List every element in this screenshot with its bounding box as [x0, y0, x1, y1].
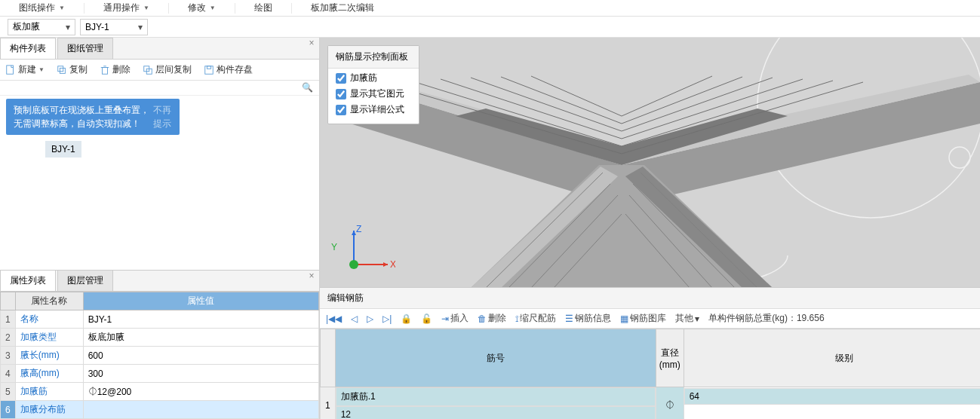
prop-row-dist-bar[interactable]: 6加腋分布筋	[1, 401, 319, 419]
save-component-button[interactable]: 构件存盘	[201, 62, 255, 78]
3d-viewport[interactable]: 钢筋显示控制面板 加腋筋 显示其它图元 显示详细公式 Z X Y	[320, 38, 980, 287]
rebar-info-button[interactable]: ☰ 钢筋信息	[565, 312, 611, 325]
svg-text:Y: Y	[331, 242, 337, 252]
new-icon	[5, 65, 16, 75]
axis-gizmo: Z X Y	[331, 223, 395, 276]
select-component-type-value: 板加腋	[13, 20, 40, 33]
select-component-instance[interactable]: BJY-1	[80, 19, 148, 35]
prop-row-haunch-height[interactable]: 4腋高(mm)300	[1, 365, 319, 383]
new-button[interactable]: 新建▼	[3, 62, 47, 78]
col-prop-name: 属性名称	[15, 292, 83, 310]
property-table: 属性名称 属性值 1名称BJY-1 2加腋类型板底加腋 3腋长(mm)600 4…	[0, 292, 319, 419]
svg-rect-3	[102, 67, 107, 74]
tab-property-list[interactable]: 属性列表	[0, 271, 56, 291]
rebar-row-1[interactable]: 1 加腋筋.1 12 ⏀ 64 234 1091 256	[321, 387, 981, 420]
scale-rebar-button[interactable]: ⟟ 缩尺配筋	[515, 312, 556, 325]
col-grade[interactable]: 级别	[684, 329, 980, 387]
hint-text: 预制底板可在现浇板上重叠布置，无需调整标高，自动实现扣减！	[14, 103, 153, 130]
other-dropdown[interactable]: 其他 ▾	[675, 312, 699, 325]
svg-rect-9	[207, 66, 210, 69]
nav-next-icon[interactable]: ▷	[367, 313, 373, 324]
close-icon[interactable]: ×	[304, 271, 319, 291]
copy-button[interactable]: 复制	[54, 62, 90, 78]
tab-drawing-mgmt[interactable]: 图纸管理	[57, 38, 113, 59]
tab-component-list[interactable]: 构件列表	[0, 38, 56, 59]
save-icon	[204, 65, 214, 75]
rebar-editor-title: 编辑钢筋	[320, 288, 980, 309]
search-icon[interactable]: 🔍	[302, 82, 313, 93]
menu-modify[interactable]: 修改	[169, 2, 235, 14]
unlock-icon[interactable]: 🔓	[421, 313, 432, 324]
prop-row-haunch-len[interactable]: 3腋长(mm)600	[1, 347, 319, 365]
menu-drawing-ops[interactable]: 图纸操作	[0, 2, 84, 14]
rebar-display-panel: 钢筋显示控制面板 加腋筋 显示其它图元 显示详细公式	[327, 45, 419, 124]
nav-last-icon[interactable]: ▷|	[382, 313, 392, 324]
svg-rect-0	[7, 65, 14, 73]
svg-point-47	[349, 260, 358, 269]
svg-rect-1	[58, 66, 63, 71]
select-component-type[interactable]: 板加腋	[8, 19, 75, 35]
svg-marker-49	[383, 262, 388, 267]
tree-node-bjy1[interactable]: BJY-1	[45, 141, 81, 158]
col-diameter[interactable]: 直径(mm)	[656, 329, 684, 387]
delete-button[interactable]: 删除	[97, 62, 133, 78]
insert-button[interactable]: ⇥ 插入	[441, 312, 468, 325]
prop-row-name[interactable]: 1名称BJY-1	[1, 310, 319, 329]
close-icon[interactable]: ×	[304, 38, 319, 59]
tab-layer-mgmt[interactable]: 图层管理	[57, 271, 113, 291]
svg-text:Z: Z	[356, 224, 361, 234]
nav-prev-icon[interactable]: ◁	[351, 313, 358, 324]
col-bar-id[interactable]: 筋号	[335, 329, 656, 387]
svg-rect-8	[205, 66, 214, 74]
svg-rect-2	[60, 68, 65, 73]
delete-rebar-button[interactable]: 🗑 删除	[478, 312, 506, 325]
trash-icon	[100, 65, 110, 75]
prop-row-haunch-bar[interactable]: 5加腋筋⏀12@200	[1, 383, 319, 401]
prop-row-haunch-type[interactable]: 2加腋类型板底加腋	[1, 329, 319, 347]
checkbox-haunch-bar[interactable]: 加腋筋	[328, 69, 419, 84]
select-component-instance-value: BJY-1	[85, 22, 109, 32]
menu-general-ops[interactable]: 通用操作	[84, 2, 168, 14]
layer-copy-icon	[143, 65, 153, 75]
hint-dismiss-link[interactable]: 不再提示	[153, 103, 172, 130]
menu-haunch-edit[interactable]: 板加腋二次编辑	[292, 2, 393, 14]
rebar-table: 筋号 直径(mm) 级别 图号 图形 计算公式 公式描述 长度 根数 搭接 损 …	[320, 329, 980, 419]
checkbox-detail-formula[interactable]: 显示详细公式	[328, 100, 419, 116]
rebar-weight-label: 单构件钢筋总重(kg)：19.656	[708, 312, 824, 325]
checkbox-other-elements[interactable]: 显示其它图元	[328, 84, 419, 100]
col-prop-value: 属性值	[83, 292, 318, 310]
hint-tooltip: 预制底板可在现浇板上重叠布置，无需调整标高，自动实现扣减！ 不再提示	[6, 99, 180, 135]
menu-draw[interactable]: 绘图	[235, 2, 291, 14]
svg-text:X: X	[390, 259, 395, 270]
copy-icon	[57, 65, 67, 75]
panel-title: 钢筋显示控制面板	[328, 46, 419, 69]
layer-copy-button[interactable]: 层间复制	[140, 62, 194, 78]
rebar-library-button[interactable]: ▦ 钢筋图库	[620, 312, 666, 325]
lock-icon[interactable]: 🔒	[401, 313, 412, 324]
nav-first-icon[interactable]: |◀◀	[326, 313, 342, 324]
